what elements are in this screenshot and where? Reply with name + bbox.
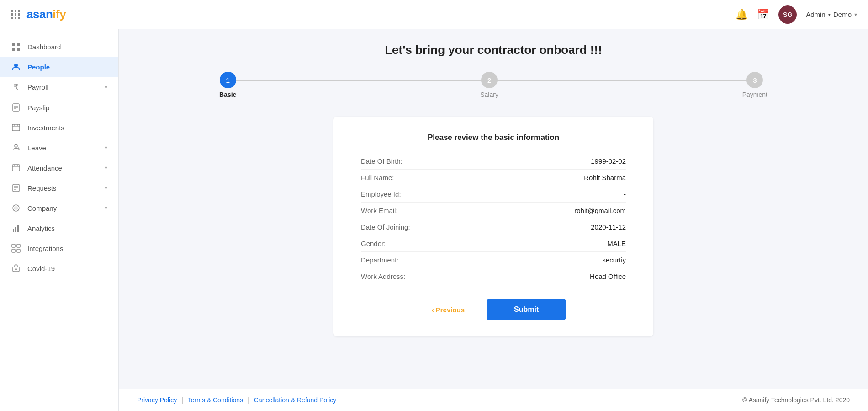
svg-rect-33 [17,244,20,247]
main-layout: Dashboard People ₹ Payroll ▾ [0,29,868,411]
user-menu[interactable]: Admin • Demo ▾ [806,11,857,18]
covid-icon [11,264,21,273]
review-row: Department:securtiy [361,252,626,268]
sidebar-item-people[interactable]: People [0,57,118,77]
sidebar-item-covid[interactable]: Covid-19 [0,258,118,278]
review-row: Date Of Birth:1999-02-02 [361,153,626,170]
review-field-value: MALE [607,240,626,247]
sidebar-item-investments[interactable]: Investments [0,117,118,138]
sidebar-label-leave: Leave [27,144,98,152]
privacy-policy-link[interactable]: Privacy Policy [137,396,177,404]
review-row: Work Email:rohit@gmail.com [361,203,626,219]
review-card: Please review the basic information Date… [333,117,653,336]
svg-rect-1 [17,43,20,46]
svg-rect-34 [12,249,15,252]
page-title: Let's bring your contractor onboard !!! [137,43,850,57]
review-field-label: Date Of Birth: [361,157,402,165]
step-label-basic: Basic [219,91,236,98]
svg-rect-30 [15,227,16,232]
sidebar-item-company[interactable]: Company ▾ [0,198,118,218]
review-field-value: Rohit Sharma [584,174,626,181]
review-row: Work Address:Head Office [361,268,626,284]
copyright: © Asanify Technologies Pvt. Ltd. 2020 [742,396,850,404]
sidebar-label-analytics: Analytics [27,224,107,232]
sidebar-label-payroll: Payroll [27,83,98,91]
svg-rect-9 [12,124,20,131]
step-basic: 1 Basic [219,72,236,98]
svg-rect-32 [12,244,15,247]
sidebar-label-integrations: Integrations [27,245,107,252]
sidebar-label-investments: Investments [27,124,107,132]
submit-button[interactable]: Submit [487,299,566,320]
people-icon [11,62,21,71]
sidebar-item-analytics[interactable]: Analytics [0,218,118,238]
review-row: Gender:MALE [361,235,626,252]
previous-button[interactable]: ‹ Previous [421,300,476,319]
review-field-label: Gender: [361,240,386,247]
terms-conditions-link[interactable]: Terms & Conditions [188,396,243,404]
svg-rect-15 [12,165,20,171]
investments-icon [11,123,21,132]
integrations-icon [11,244,21,253]
sidebar-item-integrations[interactable]: Integrations [0,238,118,258]
payslip-icon [11,103,21,112]
prev-chevron-icon: ‹ [432,306,434,314]
sidebar-item-payslip[interactable]: Payslip [0,97,118,117]
avatar[interactable]: SG [778,5,797,24]
step-circle-3: 3 [746,72,763,88]
sidebar-label-dashboard: Dashboard [27,43,107,51]
header-left: asanify [11,7,66,21]
sidebar-label-attendance: Attendance [27,164,98,172]
grid-menu-icon[interactable] [11,10,20,19]
analytics-icon [11,224,21,233]
cancellation-policy-link[interactable]: Cancellation & Refund Policy [254,396,337,404]
svg-rect-2 [12,48,15,51]
svg-line-14 [18,148,20,149]
stepper: 1 Basic 2 Salary 3 Payment [219,72,767,98]
step-label-salary: Salary [480,91,498,98]
sidebar: Dashboard People ₹ Payroll ▾ [0,29,119,411]
step-circle-1: 1 [220,72,236,88]
logo: asanify [26,7,66,21]
sidebar-item-requests[interactable]: Requests ▾ [0,178,118,198]
user-menu-chevron: ▾ [854,11,857,18]
requests-icon [11,183,21,192]
svg-point-4 [14,64,18,67]
notification-icon[interactable]: 🔔 [736,9,748,21]
review-row: Date Of Joining:2020-11-12 [361,219,626,235]
review-field-label: Work Email: [361,207,398,214]
content-area: Let's bring your contractor onboard !!! … [119,29,868,411]
leave-icon [11,143,21,152]
review-row: Full Name:Rohit Sharma [361,170,626,186]
review-field-value: - [624,190,626,198]
sidebar-item-leave[interactable]: Leave ▾ [0,138,118,158]
svg-rect-31 [17,225,19,232]
sidebar-label-people: People [27,63,107,71]
review-field-label: Date Of Joining: [361,223,410,231]
review-field-label: Employee Id: [361,190,401,198]
step-salary: 2 Salary [480,72,498,98]
review-field-label: Work Address: [361,272,405,280]
review-fields: Date Of Birth:1999-02-02Full Name:Rohit … [361,153,626,284]
attendance-icon [11,163,21,172]
sidebar-item-payroll[interactable]: ₹ Payroll ▾ [0,77,118,97]
svg-rect-35 [17,249,20,252]
calendar-icon[interactable]: 📅 [757,9,769,21]
sidebar-label-requests: Requests [27,184,98,192]
sidebar-item-dashboard[interactable]: Dashboard [0,37,118,57]
step-label-payment: Payment [742,91,767,98]
review-row: Employee Id:- [361,186,626,203]
review-field-value: rohit@gmail.com [574,207,626,214]
svg-point-13 [15,144,17,147]
sidebar-item-attendance[interactable]: Attendance ▾ [0,158,118,178]
page-body: Let's bring your contractor onboard !!! … [119,29,868,389]
user-name: Admin [806,11,826,18]
footer-links: Privacy Policy | Terms & Conditions | Ca… [137,396,336,404]
svg-point-37 [15,268,17,270]
step-payment: 3 Payment [742,72,767,98]
sidebar-label-payslip: Payslip [27,104,107,112]
requests-chevron: ▾ [105,185,107,191]
review-field-value: 1999-02-02 [591,157,626,165]
payroll-chevron: ▾ [105,84,107,91]
button-row: ‹ Previous Submit [361,299,626,320]
